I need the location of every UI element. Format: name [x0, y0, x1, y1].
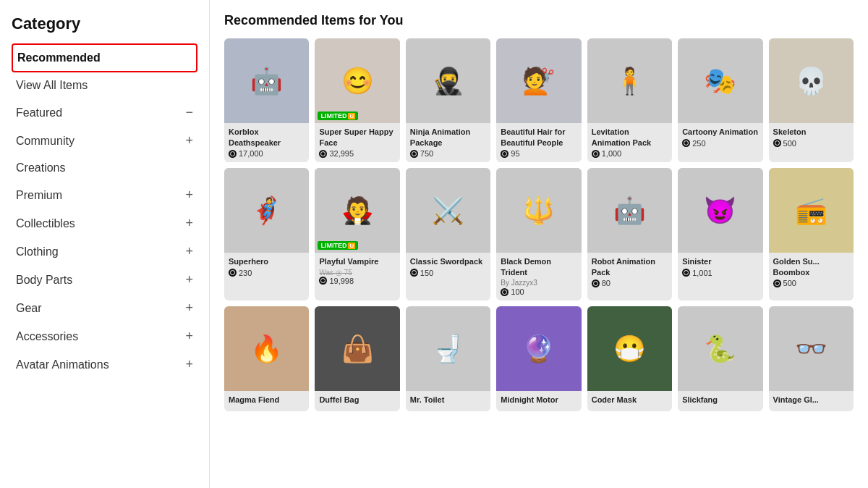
item-image: 🤖: [224, 38, 309, 123]
expand-icon[interactable]: +: [185, 329, 193, 344]
expand-icon[interactable]: +: [185, 357, 193, 372]
item-card[interactable]: 🚽Mr. Toilet: [406, 306, 490, 411]
item-icon: ⚔️: [432, 195, 464, 226]
price-value: 150: [420, 269, 433, 277]
item-image: 🦸: [224, 168, 309, 253]
price-value: 1,000: [602, 149, 622, 158]
item-info: Korblox Deathspeaker17,000: [224, 123, 309, 162]
sidebar-item-view-all[interactable]: View All Items: [12, 72, 197, 98]
item-image: 🤖: [587, 168, 672, 253]
sidebar-item-clothing[interactable]: Clothing+: [12, 237, 197, 266]
expand-icon[interactable]: +: [185, 188, 193, 203]
item-card[interactable]: 👓Vintage Gl...: [769, 306, 854, 411]
item-card[interactable]: 😊LIMITED USuper Super Happy Face32,995: [315, 38, 399, 162]
item-card[interactable]: 🦸Superhero230: [224, 168, 309, 300]
robux-icon: [773, 139, 781, 147]
item-image: ⚔️: [406, 168, 490, 253]
item-name: Ninja Animation Package: [410, 127, 486, 148]
sidebar-item-body-parts[interactable]: Body Parts+: [12, 266, 197, 294]
item-info: Cartoony Animation250: [678, 123, 762, 151]
sidebar-item-creations[interactable]: Creations: [12, 155, 197, 181]
item-info: Slickfang: [678, 391, 762, 411]
item-was-price: Was ◎ 75: [319, 269, 395, 277]
item-price: 250: [682, 139, 758, 148]
collapse-icon[interactable]: −: [185, 105, 193, 120]
sidebar-item-recommended[interactable]: Recommended: [12, 43, 197, 72]
items-row-1: 🦸Superhero230🧛LIMITED UPlayful VampireWa…: [224, 168, 854, 300]
item-name: Skeleton: [773, 127, 849, 137]
limited-badge: LIMITED U: [318, 112, 358, 120]
item-card[interactable]: 😈Sinister1,001: [678, 168, 762, 300]
sidebar-item-avatar-animations[interactable]: Avatar Animations+: [12, 350, 197, 379]
item-icon: 👜: [341, 334, 374, 364]
item-icon: 🤖: [613, 195, 646, 226]
robux-icon: [592, 150, 600, 158]
item-image: 🔮: [496, 306, 581, 391]
sidebar-item-label: Collectibles: [16, 217, 75, 230]
item-card[interactable]: 🧛LIMITED UPlayful VampireWas ◎ 7519,998: [315, 168, 399, 300]
robux-icon: [319, 277, 327, 285]
sidebar-title: Category: [12, 14, 197, 33]
item-name: Korblox Deathspeaker: [229, 127, 305, 148]
expand-icon[interactable]: +: [185, 300, 193, 316]
item-card[interactable]: 🤖Korblox Deathspeaker17,000: [224, 38, 309, 162]
main-content: Recommended Items for You 🤖Korblox Death…: [210, 0, 868, 488]
robux-icon: [319, 150, 327, 158]
expand-icon[interactable]: +: [185, 216, 193, 231]
item-name: Mr. Toilet: [410, 395, 486, 405]
item-icon: 😊: [341, 66, 374, 96]
sidebar-item-community[interactable]: Community+: [12, 127, 197, 155]
item-card[interactable]: 👜Duffel Bag: [315, 306, 399, 411]
item-info: Classic Swordpack150: [406, 253, 490, 281]
item-image: 😊LIMITED U: [315, 38, 399, 123]
item-name: Cartoony Animation: [682, 127, 758, 137]
item-name: Vintage Gl...: [773, 395, 849, 405]
sidebar-item-label: Clothing: [16, 245, 59, 258]
item-card[interactable]: 🤖Robot Animation Pack80: [587, 168, 672, 300]
sidebar-item-gear[interactable]: Gear+: [12, 294, 197, 322]
item-card[interactable]: 📻Golden Su... Boombox500: [769, 168, 854, 300]
sidebar-item-premium[interactable]: Premium+: [12, 181, 197, 209]
item-info: Sinister1,001: [678, 253, 762, 281]
item-card[interactable]: 🔮Midnight Motor: [496, 306, 581, 411]
item-name: Slickfang: [682, 395, 758, 405]
robux-icon: [229, 269, 237, 277]
item-card[interactable]: 😷Coder Mask: [587, 306, 672, 411]
expand-icon[interactable]: +: [185, 272, 193, 287]
expand-icon[interactable]: +: [185, 133, 193, 148]
price-value: 500: [783, 279, 796, 287]
item-image: 🔥: [224, 306, 309, 391]
sidebar-item-label: Creations: [16, 161, 65, 174]
item-card[interactable]: 🔱Black Demon TridentBy Jazzyx3100: [496, 168, 581, 300]
item-name: Golden Su... Boombox: [773, 256, 849, 277]
item-card[interactable]: 🐍Slickfang: [678, 306, 762, 411]
item-price: 500: [773, 139, 849, 148]
price-value: 250: [692, 139, 705, 148]
item-card[interactable]: 💀Skeleton500: [769, 38, 854, 162]
item-card[interactable]: 🎭Cartoony Animation250: [678, 38, 762, 162]
item-card[interactable]: 🔥Magma Fiend: [224, 306, 309, 411]
item-name: Superhero: [229, 256, 305, 266]
item-icon: 🔥: [250, 334, 283, 364]
item-card[interactable]: 💇Beautiful Hair for Beautiful People95: [496, 38, 581, 162]
item-card[interactable]: 🥷Ninja Animation Package750: [406, 38, 490, 162]
item-card[interactable]: ⚔️Classic Swordpack150: [406, 168, 490, 300]
item-image: 👜: [315, 306, 399, 391]
expand-icon[interactable]: +: [185, 244, 193, 259]
sidebar-item-label: Gear: [16, 302, 42, 315]
sidebar-item-collectibles[interactable]: Collectibles+: [12, 209, 197, 237]
sidebar-item-featured[interactable]: Featured−: [12, 98, 197, 127]
item-info: Magma Fiend: [224, 391, 309, 411]
sidebar-item-accessories[interactable]: Accessories+: [12, 322, 197, 350]
item-info: Vintage Gl...: [769, 391, 854, 411]
robux-icon: [501, 288, 509, 296]
item-info: Golden Su... Boombox500: [769, 253, 854, 292]
price-value: 80: [602, 279, 610, 287]
robux-icon: [592, 279, 600, 287]
item-name: Levitation Animation Pack: [592, 127, 668, 148]
sidebar-item-label: Community: [16, 135, 75, 148]
item-icon: 📻: [795, 195, 827, 226]
item-card[interactable]: 🧍Levitation Animation Pack1,000: [587, 38, 672, 162]
item-image: 😈: [678, 168, 762, 253]
item-price: 19,998: [319, 277, 395, 285]
